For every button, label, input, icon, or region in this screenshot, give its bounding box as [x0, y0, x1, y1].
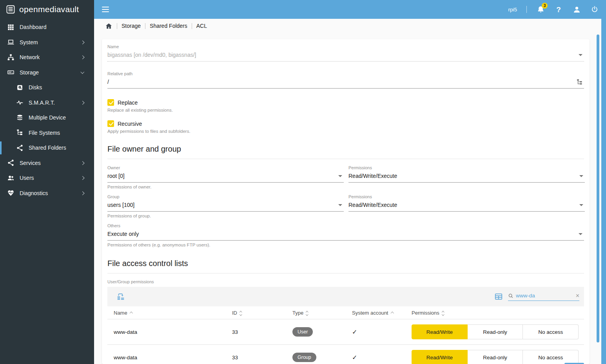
- sidebar-item-users[interactable]: Users: [0, 170, 94, 186]
- name-field[interactable]: Name bigassnas [on /dev/md0, bigassnas/]: [107, 44, 584, 62]
- share-icon: [16, 144, 24, 152]
- others-select[interactable]: Others Execute only Permissions of other…: [107, 223, 584, 247]
- field-label: Group: [107, 194, 344, 199]
- folder-tree-icon[interactable]: [576, 79, 582, 85]
- dashboard-icon: [7, 24, 15, 31]
- recursive-hint: Apply permissions to files and subfolder…: [107, 129, 584, 134]
- sort-icon: [240, 310, 242, 315]
- person-icon: [573, 5, 581, 14]
- no-access-button[interactable]: No access: [523, 324, 579, 339]
- search-input[interactable]: [516, 293, 567, 299]
- column-header-name[interactable]: Name: [107, 310, 232, 316]
- type-chip: Group: [292, 353, 316, 362]
- chevron-right-icon: [80, 191, 84, 195]
- openmediavault-logo-icon: [6, 5, 15, 14]
- read-write-button[interactable]: Read/Write: [412, 324, 468, 339]
- read-only-button[interactable]: Read-only: [468, 324, 523, 339]
- top-bar: rpi5 3 ?: [94, 0, 606, 19]
- account-button[interactable]: [572, 5, 581, 14]
- chevron-right-icon: [80, 40, 84, 44]
- sidebar-item-diagnostics[interactable]: Diagnostics: [0, 186, 94, 201]
- system-icon: [7, 38, 15, 46]
- sidebar-item-shared-folders[interactable]: Shared Folders: [0, 140, 94, 156]
- column-header-permissions[interactable]: Permissions: [412, 310, 584, 316]
- sidebar-item-label: Dashboard: [20, 24, 47, 30]
- column-settings-button[interactable]: [494, 292, 503, 301]
- breadcrumb-item-acl: ACL: [196, 23, 207, 29]
- window-scrollbar[interactable]: [601, 0, 606, 364]
- sidebar-item-smart[interactable]: S.M.A.R.T.: [0, 95, 94, 110]
- share-variant-icon: [7, 159, 15, 167]
- heart-pulse-icon: [7, 189, 15, 197]
- replace-field: Replace Replace all existing permissions…: [107, 99, 584, 112]
- owner-select[interactable]: Owner root [0] Permissions of owner.: [107, 165, 344, 189]
- owner-hint: Permissions of owner.: [107, 185, 344, 189]
- power-button[interactable]: [590, 5, 599, 14]
- column-header-system-account[interactable]: System account: [352, 310, 412, 316]
- group-select[interactable]: Group users [100] Permissions of group.: [107, 194, 344, 218]
- sidebar-item-system[interactable]: System: [0, 35, 94, 50]
- dropdown-arrow-icon: [579, 233, 582, 235]
- column-header-type[interactable]: Type: [292, 310, 352, 316]
- acl-field-label: User/Group permissions: [107, 279, 584, 284]
- chevron-right-icon: [80, 101, 84, 104]
- help-button[interactable]: ?: [554, 5, 563, 14]
- cell-name: www-data: [107, 355, 232, 360]
- chevron-right-icon: [80, 176, 84, 180]
- group-permissions-select[interactable]: Permissions Read/Write/Execute: [348, 194, 585, 218]
- divider: [107, 159, 584, 159]
- type-chip: User: [292, 327, 313, 337]
- breadcrumb: Storage Shared Folders ACL: [94, 19, 606, 33]
- cell-id: 33: [232, 355, 292, 360]
- relative-path-field[interactable]: Relative path /: [107, 71, 584, 89]
- power-icon: [591, 5, 599, 13]
- chevron-down-icon: [80, 70, 84, 74]
- dropdown-arrow-icon: [338, 175, 342, 177]
- sidebar-item-dashboard[interactable]: Dashboard: [0, 20, 94, 35]
- sidebar-item-file-systems[interactable]: File Systems: [0, 125, 94, 141]
- hostname-label: rpi5: [508, 7, 517, 13]
- clear-search-icon[interactable]: ×: [576, 293, 579, 299]
- sidebar-item-multiple-device[interactable]: Multiple Device: [0, 110, 94, 125]
- section-title-owner: File owner and group: [107, 145, 584, 154]
- sidebar-item-label: File Systems: [29, 130, 60, 136]
- recursive-label: Recursive: [118, 121, 142, 127]
- breadcrumb-item-storage[interactable]: Storage: [122, 23, 141, 29]
- field-label: Owner: [107, 165, 344, 170]
- copy-permissions-button[interactable]: [116, 292, 125, 301]
- sidebar-item-services[interactable]: Services: [0, 156, 94, 171]
- replace-checkbox[interactable]: [107, 99, 114, 106]
- sidebar-item-label: Multiple Device: [29, 114, 66, 121]
- read-only-button[interactable]: Read-only: [468, 350, 523, 364]
- menu-toggle-icon[interactable]: [102, 7, 109, 12]
- sidebar-item-disks[interactable]: Disks: [0, 80, 94, 95]
- inner-scrollbar-thumb[interactable]: [597, 34, 599, 342]
- field-label: Name: [107, 44, 584, 49]
- sort-asc-icon: [130, 312, 133, 315]
- acl-toolbar: ×: [107, 287, 584, 306]
- check-icon: ✓: [352, 354, 357, 361]
- read-write-button[interactable]: Read/Write: [412, 350, 468, 364]
- breadcrumb-item-shared-folders[interactable]: Shared Folders: [150, 23, 187, 29]
- check-icon: ✓: [352, 329, 357, 335]
- others-value: Execute only: [107, 231, 139, 237]
- recursive-checkbox[interactable]: [107, 120, 114, 127]
- network-icon: [7, 54, 15, 61]
- sidebar-item-network[interactable]: Network: [0, 50, 94, 65]
- sort-icon: [306, 310, 308, 315]
- column-header-id[interactable]: ID: [232, 310, 292, 316]
- sort-icon: [442, 310, 444, 315]
- no-access-button[interactable]: No access: [523, 350, 579, 364]
- group-permissions-value: Read/Write/Execute: [348, 202, 397, 208]
- cell-id: 33: [232, 329, 292, 335]
- sidebar-item-storage[interactable]: Storage: [0, 65, 94, 80]
- dropdown-arrow-icon: [338, 204, 342, 206]
- notifications-button[interactable]: 3: [536, 5, 545, 14]
- breadcrumb-separator: [117, 23, 117, 29]
- home-icon[interactable]: [105, 22, 112, 30]
- owner-permissions-select[interactable]: Permissions Read/Write/Execute: [348, 165, 585, 189]
- others-hint: Permissions of others (e.g. anonymous FT…: [107, 243, 584, 247]
- copy-permissions-icon: [116, 292, 125, 301]
- owner-permissions-value: Read/Write/Execute: [348, 173, 397, 179]
- replace-label: Replace: [118, 100, 138, 106]
